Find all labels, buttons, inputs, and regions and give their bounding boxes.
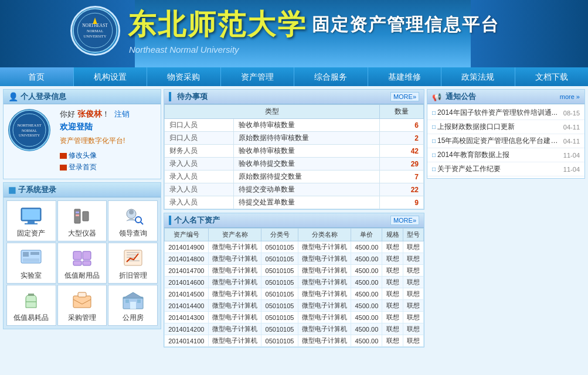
header: NORTHEAST NORMAL UNIVERSITY 东北师范大学 固定资产管…: [0, 0, 588, 67]
asset-row[interactable]: 2014014100微型电子计算机05010105微型电子计算机4500.00联…: [165, 335, 424, 347]
svg-rect-13: [28, 221, 35, 223]
asset-row[interactable]: 2014014900微型电子计算机05010105微型电子计算机4500.00联…: [165, 241, 424, 253]
subsystem-purchase[interactable]: 采购管理: [57, 285, 107, 326]
pending-row[interactable]: 财务人员 验收单待审核数量 42: [165, 145, 424, 158]
pending-row[interactable]: 录入人员 验收单待提交数量 29: [165, 158, 424, 171]
asset-cell-category: 微型电子计算机: [298, 323, 351, 335]
nav-item-purchase[interactable]: 物资采购: [147, 67, 221, 86]
subsystem-consumable[interactable]: 低值易耗品: [6, 285, 56, 326]
pending-more-btn[interactable]: MORE»: [390, 92, 419, 101]
subsystem-instruments[interactable]: 大型仪器: [57, 200, 107, 241]
svg-rect-27: [73, 251, 81, 260]
notice-text: 2014年国子软件资产管理软件培训通...: [432, 108, 559, 118]
welcome-link[interactable]: 欢迎登陆: [60, 122, 156, 132]
svg-rect-28: [83, 251, 91, 260]
nav-item-org[interactable]: 机构设置: [74, 67, 148, 86]
asset-cell-code: 05010105: [261, 335, 298, 347]
nav-item-policy[interactable]: 政策法规: [441, 67, 515, 86]
asset-cell-spec: 联想: [382, 335, 403, 347]
change-avatar-link[interactable]: 修改头像: [60, 151, 156, 161]
subsystem-fixed-assets[interactable]: 固定资产: [6, 200, 56, 241]
asset-cell-price: 4500.00: [351, 241, 382, 253]
left-panel: 👤 个人登录信息 NORTHEAST NORMAL UNIVERSITY: [3, 89, 161, 350]
asset-row[interactable]: 2014014500微型电子计算机05010105微型电子计算机4500.00联…: [165, 288, 424, 300]
notice-item[interactable]: 上报财政数据接口口更新 04-11: [427, 120, 584, 134]
pending-title: 待办事项: [177, 91, 208, 102]
pending-count: 6: [380, 119, 424, 132]
pending-task: 原始数据待提交数量: [234, 171, 380, 183]
svg-text:NORTHEAST: NORTHEAST: [17, 123, 42, 128]
asset-cell-spec: 联想: [382, 312, 403, 323]
notice-item[interactable]: 关于资产处工作纪要 11-04: [427, 162, 584, 176]
pending-col-count: 数量: [380, 105, 424, 119]
asset-more-btn[interactable]: MORE»: [390, 216, 419, 225]
subsystem-lowvalue[interactable]: 低值耐用品: [57, 243, 107, 284]
asset-cell-name: 微型电子计算机: [208, 265, 261, 277]
svg-rect-29: [73, 261, 81, 265]
pending-row[interactable]: 录入人员 待提交处置单数量 9: [165, 196, 424, 209]
pending-row[interactable]: 录入人员 待提交变动单数量 22: [165, 183, 424, 196]
subsystem-lab[interactable]: 实验室: [6, 243, 56, 284]
asset-row[interactable]: 2014014200微型电子计算机05010105微型电子计算机4500.00联…: [165, 323, 424, 335]
asset-cell-code: 05010105: [261, 300, 298, 312]
asset-cell-model: 联想: [403, 288, 423, 300]
asset-row[interactable]: 2014014600微型电子计算机05010105微型电子计算机4500.00联…: [165, 277, 424, 288]
svg-rect-16: [83, 212, 89, 221]
platform-link[interactable]: 资产管理数字化平台!: [60, 136, 156, 146]
depreciation-label: 折旧管理: [119, 271, 147, 281]
lab-icon: [19, 248, 43, 268]
asset-row[interactable]: 2014014400微型电子计算机05010105微型电子计算机4500.00联…: [165, 300, 424, 312]
search-person-icon: [121, 206, 145, 226]
asset-cell-model: 联想: [403, 300, 423, 312]
pending-role: 录入人员: [165, 158, 234, 171]
svg-point-20: [129, 210, 134, 214]
subsystem-leader-query[interactable]: 领导查询: [108, 200, 158, 241]
notice-item[interactable]: 15年高校固定资产管理信息化平台建设... 04-11: [427, 134, 584, 148]
notice-item[interactable]: 2014年国子软件资产管理软件培训通... 08-15: [427, 106, 584, 120]
asset-cell-id: 2014014200: [165, 323, 209, 335]
svg-rect-12: [22, 209, 40, 220]
svg-text:UNIVERSITY: UNIVERSITY: [84, 34, 107, 38]
pending-role: 录入人员: [165, 171, 234, 183]
asset-cell-category: 微型电子计算机: [298, 241, 351, 253]
asset-cell-code: 05010105: [261, 253, 298, 265]
home-link[interactable]: 登录首页: [60, 162, 156, 172]
pending-row[interactable]: 录入人员 原始数据待提交数量 7: [165, 171, 424, 183]
logout-link[interactable]: 注销: [114, 110, 130, 118]
asset-row[interactable]: 2014014700微型电子计算机05010105微型电子计算机4500.00联…: [165, 265, 424, 277]
notice-item[interactable]: 2014年教育部数据上报 11-04: [427, 148, 584, 162]
svg-rect-14: [25, 223, 38, 224]
nav-item-services[interactable]: 综合服务: [294, 67, 368, 86]
asset-cell-model: 联想: [403, 253, 423, 265]
asset-cell-model: 联想: [403, 265, 423, 277]
nav-item-docs[interactable]: 文档下载: [515, 67, 589, 86]
blue-bar-icon2: [169, 216, 171, 225]
asset-row[interactable]: 2014014800微型电子计算机05010105微型电子计算机4500.00联…: [165, 253, 424, 265]
subsystem-office[interactable]: 公用房: [108, 285, 158, 326]
main-content: 👤 个人登录信息 NORTHEAST NORMAL UNIVERSITY: [0, 86, 588, 353]
subsystem-depreciation[interactable]: 折旧管理: [108, 243, 158, 284]
asset-col-header: 资产名称: [208, 229, 261, 241]
svg-rect-26: [23, 258, 39, 262]
notice-more-btn[interactable]: more »: [560, 93, 580, 100]
svg-rect-24: [23, 252, 29, 257]
notice-date: 04-11: [563, 124, 580, 131]
asset-cell-code: 05010105: [261, 288, 298, 300]
speaker-icon: 📢: [432, 93, 441, 101]
asset-cell-id: 2014014700: [165, 265, 209, 277]
nav-item-construction[interactable]: 基建维修: [368, 67, 442, 86]
pending-row[interactable]: 归口人员 原始数据待待审核数量 2: [165, 132, 424, 145]
pending-role: 归口人员: [165, 132, 234, 145]
nav-item-assets[interactable]: 资产管理: [221, 67, 295, 86]
notice-header-left: 📢 通知公告: [432, 91, 476, 102]
asset-cell-name: 微型电子计算机: [208, 323, 261, 335]
asset-cell-category: 微型电子计算机: [298, 253, 351, 265]
svg-point-21: [135, 217, 141, 223]
svg-rect-36: [28, 294, 34, 296]
leader-query-label: 领导查询: [119, 229, 147, 238]
asset-row[interactable]: 2014014300微型电子计算机05010105微型电子计算机4500.00联…: [165, 312, 424, 323]
pending-row[interactable]: 归口人员 验收单待审核数量 6: [165, 119, 424, 132]
nav-item-home[interactable]: 首页: [0, 67, 74, 86]
asset-cell-name: 微型电子计算机: [208, 312, 261, 323]
login-greeting: 你好 张俊林！ 注销: [60, 109, 156, 120]
